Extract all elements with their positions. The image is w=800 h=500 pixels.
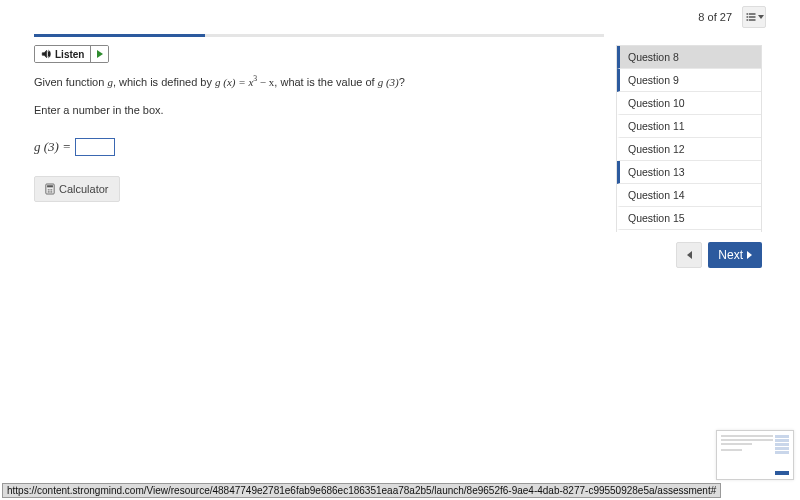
question-list-toggle[interactable] [742, 6, 766, 28]
previous-button[interactable] [676, 242, 702, 268]
question-nav-item[interactable]: Question 8 [617, 46, 761, 69]
answer-input[interactable] [75, 138, 115, 156]
svg-point-7 [51, 191, 52, 192]
listen-play-button[interactable] [90, 46, 108, 62]
progress-bar [34, 34, 604, 37]
question-hint: Enter a number in the box. [34, 104, 604, 116]
svg-point-4 [51, 189, 52, 190]
question-nav-item[interactable]: Question 13 [617, 161, 761, 184]
svg-point-2 [48, 189, 49, 190]
listen-control[interactable]: Listen [34, 45, 109, 63]
answer-label: g (3) = [34, 139, 71, 155]
question-panel: Listen Given function g, which is define… [34, 34, 604, 268]
next-button[interactable]: Next [708, 242, 762, 268]
play-icon [97, 50, 103, 58]
caret-down-icon [758, 15, 764, 19]
chevron-right-icon [747, 251, 752, 259]
next-label: Next [718, 248, 743, 262]
question-nav-item[interactable]: Question 10 [617, 92, 761, 115]
status-bar-url: https://content.strongmind.com/View/reso… [2, 483, 721, 498]
listen-button[interactable]: Listen [35, 46, 90, 62]
list-icon [745, 11, 757, 23]
question-nav-item[interactable]: Question 15 [617, 207, 761, 230]
svg-rect-1 [47, 185, 53, 187]
progress-indicator: 8 of 27 [698, 11, 732, 23]
calculator-button[interactable]: Calculator [34, 176, 120, 202]
svg-point-6 [49, 191, 50, 192]
calculator-icon [45, 183, 55, 195]
listen-label: Listen [55, 49, 84, 60]
question-nav-item[interactable]: Question 9 [617, 69, 761, 92]
question-nav-item[interactable]: Question 16 [617, 230, 761, 232]
answer-area: g (3) = [34, 138, 604, 156]
question-nav-item[interactable]: Question 11 [617, 115, 761, 138]
svg-point-5 [48, 191, 49, 192]
question-nav-item[interactable]: Question 12 [617, 138, 761, 161]
svg-point-3 [49, 189, 50, 190]
speaker-icon [41, 49, 51, 59]
chevron-left-icon [687, 251, 692, 259]
page-thumbnail[interactable] [716, 430, 794, 480]
question-list[interactable]: Question 8Question 9Question 10Question … [616, 45, 762, 232]
question-nav-item[interactable]: Question 14 [617, 184, 761, 207]
question-text: Given function g, which is defined by g … [34, 73, 604, 90]
calculator-label: Calculator [59, 183, 109, 195]
